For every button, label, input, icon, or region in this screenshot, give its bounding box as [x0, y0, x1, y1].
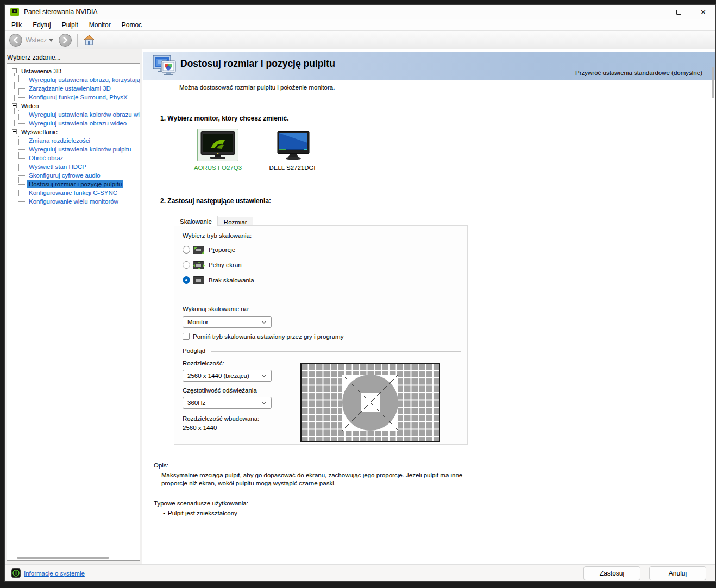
menu-monitor[interactable]: Monitor [84, 19, 116, 30]
minimize-icon [652, 12, 657, 12]
mode-brak-skalowania[interactable]: Brak skalowania [183, 275, 254, 286]
page-subtitle: Można dostosować rozmiar pulpitu i położ… [179, 84, 335, 91]
radio-selected[interactable] [183, 276, 190, 284]
mode-proporcje[interactable]: Proporcje [183, 244, 235, 255]
cancel-button[interactable]: Anuluj [649, 566, 706, 580]
content-region: Wybierz zadanie... Ustawienia 3D Wyregul… [5, 49, 715, 564]
chevron-down-icon [261, 320, 267, 324]
title-bar: Panel sterowania NVIDIA ✕ [5, 5, 715, 19]
window-title: Panel sterowania NVIDIA [24, 8, 97, 16]
radio-unselected[interactable] [183, 246, 190, 254]
tree-item-selected[interactable]: Dostosuj rozmiar i pozycję pulpitu [7, 180, 140, 188]
task-tree: Ustawienia 3D Wyreguluj ustawienia obraz… [7, 63, 140, 561]
chevron-down-icon [261, 401, 267, 404]
tab-skalowanie[interactable]: Skalowanie [174, 216, 218, 226]
description-text: Maksymalnie rozciąga pulpit, aby go dopa… [161, 471, 487, 488]
vertical-scrollbar[interactable] [712, 67, 714, 98]
horizontal-scrollbar[interactable] [17, 557, 109, 559]
perform-scaling-label: Wykonaj skalowanie na: [183, 306, 249, 312]
back-history-caret-icon[interactable] [49, 39, 53, 42]
tree-item[interactable]: Wyreguluj ustawienia obrazu, korzystając… [7, 75, 140, 84]
scenario-item: Pulpit jest zniekształcony [163, 510, 237, 516]
tree-item[interactable]: Zarządzanie ustawieniami 3D [7, 84, 140, 93]
scaling-preview-pattern [300, 363, 440, 442]
forward-arrow-icon [62, 37, 68, 43]
menu-edytuj[interactable]: Edytuj [27, 19, 56, 30]
menu-bar: Plik Edytuj Pulpit Monitor Pomoc [5, 19, 715, 31]
aspect-ratio-mode-icon [193, 246, 204, 254]
native-resolution-label: Rozdzielczość wbudowana: [183, 415, 259, 422]
monitor-dell[interactable] [274, 131, 312, 162]
tree-item[interactable]: Wyreguluj ustawienia obrazu wideo [7, 119, 140, 128]
main-panel: Dostosuj rozmiar i pozycję pulpitu Przyw… [142, 49, 715, 564]
scaling-panel: Wybierz tryb skalowania: Proporcje [174, 225, 468, 445]
tree-item[interactable]: Konfigurowanie funkcji G-SYNC [7, 188, 140, 197]
tree-group-wideo[interactable]: Wideo [7, 102, 140, 110]
menu-plik[interactable]: Plik [5, 19, 27, 30]
preview-group-label: Podgląd [183, 347, 205, 354]
apply-button[interactable]: Zastosuj [583, 566, 640, 580]
restore-defaults-link[interactable]: Przywróć ustawienia standardowe (domyśln… [575, 69, 702, 76]
settings-tabstrip: Skalowanie Rozmiar [174, 216, 253, 226]
menu-pomoc[interactable]: Pomoc [116, 19, 147, 30]
home-icon[interactable] [83, 35, 95, 46]
maximize-button[interactable] [667, 5, 691, 19]
close-icon: ✕ [700, 9, 706, 16]
monitor-aorus-label: AORUS FO27Q3 [183, 165, 253, 171]
minimize-button[interactable] [642, 5, 667, 19]
collapse-icon[interactable] [12, 68, 17, 73]
fullscreen-mode-icon [193, 261, 204, 269]
refresh-rate-label: Częstotliwość odświeżania [183, 387, 257, 394]
system-info-icon [11, 568, 21, 578]
nvidia-control-panel-window: Panel sterowania NVIDIA ✕ Plik Edytuj Pu… [4, 4, 716, 582]
override-scaling-row[interactable]: Pomiń tryb skalowania ustawiony przez gr… [183, 333, 343, 340]
tree-item[interactable]: Zmiana rozdzielczości [7, 136, 140, 145]
maximize-icon [676, 10, 681, 15]
refresh-rate-dropdown[interactable]: 360Hz [183, 397, 272, 409]
description-label: Opis: [154, 462, 168, 469]
step1-label: 1. Wybierz monitor, który chcesz zmienić… [160, 115, 289, 122]
collapse-icon[interactable] [12, 103, 17, 108]
scaling-mode-label: Wybierz tryb skalowania: [183, 232, 252, 239]
native-resolution-value: 2560 x 1440 [183, 425, 217, 431]
bottom-bar: Informacje o systemie Zastosuj Anuluj [5, 564, 715, 581]
preview-group-line [211, 351, 461, 352]
mode-pelny-ekran[interactable]: Pełny ekran [183, 260, 242, 270]
aorus-monitor-icon [199, 131, 237, 159]
step2-label: 2. Zastosuj następujące ustawienia: [160, 197, 271, 205]
resolution-label: Rozdzielczość: [183, 360, 224, 366]
radio-unselected[interactable] [183, 261, 190, 269]
tree-item[interactable]: Konfiguruj funkcje Surround, PhysX [7, 93, 140, 102]
perform-scaling-dropdown[interactable]: Monitor [183, 316, 272, 328]
sidebar-header: Wybierz zadanie... [7, 54, 61, 61]
tree-item[interactable]: Wyświetl stan HDCP [7, 162, 140, 171]
tree-item[interactable]: Skonfiguruj cyfrowe audio [7, 171, 140, 180]
navigation-toolbar: Wstecz [5, 31, 715, 49]
close-button[interactable]: ✕ [691, 5, 715, 19]
monitor-dell-label: DELL S2721DGF [258, 165, 329, 171]
system-info-link[interactable]: Informacje o systemie [24, 570, 85, 577]
toolbar-separator [77, 34, 78, 47]
override-checkbox[interactable] [183, 333, 190, 340]
dell-monitor-icon [274, 131, 312, 160]
back-label: Wstecz [26, 36, 47, 44]
collapse-icon[interactable] [12, 129, 17, 134]
page-title: Dostosuj rozmiar i pozycję pulpitu [180, 58, 335, 69]
no-scaling-mode-icon [193, 276, 204, 284]
monitor-aorus-selected[interactable] [197, 129, 238, 161]
tree-group-wyswietlanie[interactable]: Wyświetlanie [7, 128, 140, 136]
resolution-dropdown[interactable]: 2560 x 1440 (bieżąca) [183, 370, 272, 382]
scenarios-label: Typowe scenariusze użytkowania: [154, 500, 248, 507]
tree-item[interactable]: Konfigurowanie wielu monitorów [7, 197, 140, 206]
tree-group-ustawienia-3d[interactable]: Ustawienia 3D [7, 67, 140, 75]
task-sidebar: Wybierz zadanie... Ustawienia 3D Wyregul… [5, 49, 142, 564]
menu-pulpit[interactable]: Pulpit [56, 19, 84, 30]
back-button[interactable] [9, 34, 22, 47]
tree-item[interactable]: Wyreguluj ustawienia kolorów obrazu wide… [7, 110, 140, 119]
tree-item[interactable]: Wyreguluj ustawienia kolorów pulpitu [7, 145, 140, 154]
tree-item[interactable]: Obróć obraz [7, 154, 140, 162]
forward-button[interactable] [59, 34, 72, 47]
display-settings-icon [152, 54, 178, 79]
back-arrow-icon [12, 37, 19, 43]
nvidia-app-icon [10, 8, 19, 16]
